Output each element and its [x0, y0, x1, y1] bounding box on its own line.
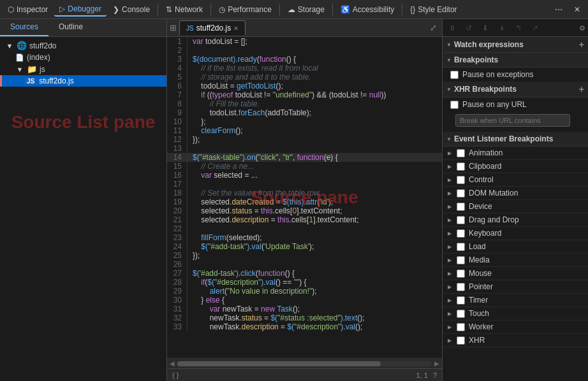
toolbar-btn-storage[interactable]: ☁ Storage — [283, 3, 330, 16]
toolbar-btn-accessibility[interactable]: ♿ Accessibility — [335, 3, 399, 16]
event-group-header-7[interactable]: ▶ Load — [443, 240, 588, 253]
network-icon: ⇅ — [166, 5, 172, 14]
toolbar-btn-network[interactable]: ⇅ Network — [161, 3, 208, 16]
editor-tab-close-btn[interactable]: ✕ — [233, 25, 239, 32]
editor-expand-icon[interactable]: ⤢ — [430, 23, 437, 32]
settings-icon: ⚙ — [579, 24, 585, 32]
event-check-14[interactable] — [457, 336, 465, 345]
event-group-header-13[interactable]: ▶ Worker — [443, 320, 588, 333]
event-group-header-12[interactable]: ▶ Touch — [443, 307, 588, 320]
xhr-add-btn[interactable]: + — [579, 84, 584, 94]
event-group-xhr: ▶ XHR — [443, 334, 588, 347]
toolbar-btn-console[interactable]: ❯ Console — [108, 3, 155, 16]
event-group-load: ▶ Load — [443, 240, 588, 254]
tree-item-stuff2do-js[interactable]: JS stuff2do.js — [0, 75, 166, 87]
step-out-btn[interactable]: ↡ — [495, 21, 509, 35]
code-line-23: 23 fillForm(selected); — [167, 233, 442, 242]
event-group-header-3[interactable]: ▶ DOM Mutation — [443, 187, 588, 199]
step-over-btn[interactable]: ↺ — [462, 21, 476, 35]
event-check-9[interactable] — [457, 270, 465, 278]
editor-tab-stuff2do-js[interactable]: JS stuff2do.js ✕ — [179, 20, 246, 35]
pause-exceptions-checkbox[interactable] — [450, 71, 459, 79]
code-line-18: 18 // Set the values from the table row. — [167, 189, 442, 198]
breakpoints-section-header[interactable]: ▼ Breakpoints — [443, 53, 588, 68]
event-check-3[interactable] — [457, 189, 465, 198]
folder-expand-icon: ▼ — [5, 42, 14, 50]
pause-any-url-checkbox[interactable] — [450, 101, 459, 109]
tree-item-index[interactable]: 📄 (index) — [0, 52, 166, 63]
step-back-btn[interactable]: ↰ — [511, 21, 526, 35]
event-check-1[interactable] — [457, 162, 465, 171]
event-check-10[interactable] — [457, 283, 465, 291]
watch-add-btn[interactable]: + — [579, 40, 584, 50]
xhr-label: XHR Breakpoints — [454, 85, 517, 94]
event-check-13[interactable] — [457, 323, 465, 331]
toolbar-close-btn[interactable]: ✕ — [569, 3, 585, 16]
event-check-12[interactable] — [457, 310, 465, 318]
event-group-header-11[interactable]: ▶ Timer — [443, 294, 588, 306]
event-group-header-14[interactable]: ▶ XHR — [443, 334, 588, 347]
watch-section-header[interactable]: ▼ Watch expressions + — [443, 37, 588, 53]
code-line-15: 15 // Create a ne... — [167, 162, 442, 171]
tree-item-stuff2do[interactable]: ▼ 🌐 stuff2do — [0, 40, 166, 52]
scroll-right-icon[interactable]: ▶ — [434, 360, 439, 367]
editor-nav-btn[interactable]: ⊞ — [170, 23, 177, 32]
hscroll-track[interactable] — [177, 361, 432, 366]
event-check-4[interactable] — [457, 203, 465, 211]
pause-btn[interactable]: ⏸ — [445, 21, 459, 35]
hscroll-thumb[interactable] — [177, 361, 381, 366]
event-check-0[interactable] — [457, 149, 465, 157]
events-section-header[interactable]: ▼ Event Listener Breakpoints — [443, 132, 588, 147]
event-group-header-4[interactable]: ▶ Device — [443, 200, 588, 213]
event-check-2[interactable] — [457, 176, 465, 184]
event-group-header-0[interactable]: ▶ Animation — [443, 147, 588, 159]
editor-help-icon[interactable]: ? — [433, 371, 437, 379]
tab-sources[interactable]: Sources — [0, 19, 48, 36]
right-panel-settings-btn[interactable]: ⚙ — [579, 24, 585, 32]
toolbar-btn-style-editor[interactable]: {} Style Editor — [405, 3, 462, 16]
event-group-worker: ▶ Worker — [443, 320, 588, 334]
event-group-header-9[interactable]: ▶ Mouse — [443, 267, 588, 280]
event-check-7[interactable] — [457, 243, 465, 251]
editor-scroll-indicator: { } — [172, 371, 179, 379]
code-line-16: 16 var selected = ... — [167, 171, 442, 180]
editor-hscroll[interactable]: ◀ ▶ — [167, 358, 442, 368]
xhr-section-header[interactable]: ▼ XHR Breakpoints + — [443, 82, 588, 97]
editor-code-area[interactable]: Source pane 1 var todoList = []; 2 3 $(d… — [167, 37, 442, 358]
event-group-header-8[interactable]: ▶ Media — [443, 254, 588, 266]
scroll-left-icon[interactable]: ◀ — [170, 360, 175, 367]
tree-item-js[interactable]: ▼ 📁 js — [0, 63, 166, 75]
event-check-11[interactable] — [457, 296, 465, 305]
event-group-header-10[interactable]: ▶ Pointer — [443, 280, 588, 293]
event-label-8: Media — [469, 255, 490, 264]
event-group-header-6[interactable]: ▶ Keyboard — [443, 227, 588, 240]
console-icon: ❯ — [113, 5, 119, 14]
toolbar-overflow-btn[interactable]: ⋯ — [550, 3, 568, 16]
event-label-4: Device — [469, 202, 492, 211]
code-line-26: 26 — [167, 260, 442, 269]
event-check-5[interactable] — [457, 216, 465, 224]
event-check-8[interactable] — [457, 256, 465, 264]
toolbar-btn-debugger[interactable]: ▷ Debugger — [54, 3, 107, 17]
tab-outline[interactable]: Outline — [48, 19, 93, 36]
event-group-header-1[interactable]: ▶ Clipboard — [443, 160, 588, 173]
toolbar-btn-performance[interactable]: ◷ Performance — [214, 3, 277, 16]
toolbar-btn-inspector[interactable]: ⬡ Inspector — [3, 3, 53, 16]
bp-arrow-icon: ▼ — [446, 57, 452, 63]
step-fwd-btn[interactable]: ↗ — [528, 21, 542, 35]
editor-status-bar: { } 1, 1 ? — [167, 368, 442, 381]
step-in-btn[interactable]: ⬇ — [478, 21, 492, 35]
event-label-3: DOM Mutation — [469, 189, 518, 198]
sources-panel-tabs: Sources Outline — [0, 19, 166, 37]
event-arrow-10-icon: ▶ — [448, 284, 452, 290]
event-arrow-8-icon: ▶ — [448, 257, 452, 263]
event-group-header-2[interactable]: ▶ Control — [443, 173, 588, 186]
event-group-keyboard: ▶ Keyboard — [443, 227, 588, 240]
event-label-5: Drag and Drop — [469, 215, 519, 224]
xhr-url-input[interactable] — [455, 114, 570, 127]
toolbar-sep-3 — [279, 4, 280, 15]
event-group-header-5[interactable]: ▶ Drag and Drop — [443, 213, 588, 226]
event-check-6[interactable] — [457, 229, 465, 238]
code-line-9: 9 todoList.forEach(addToTable); — [167, 108, 442, 117]
js-folder-icon: 📁 — [27, 64, 37, 74]
